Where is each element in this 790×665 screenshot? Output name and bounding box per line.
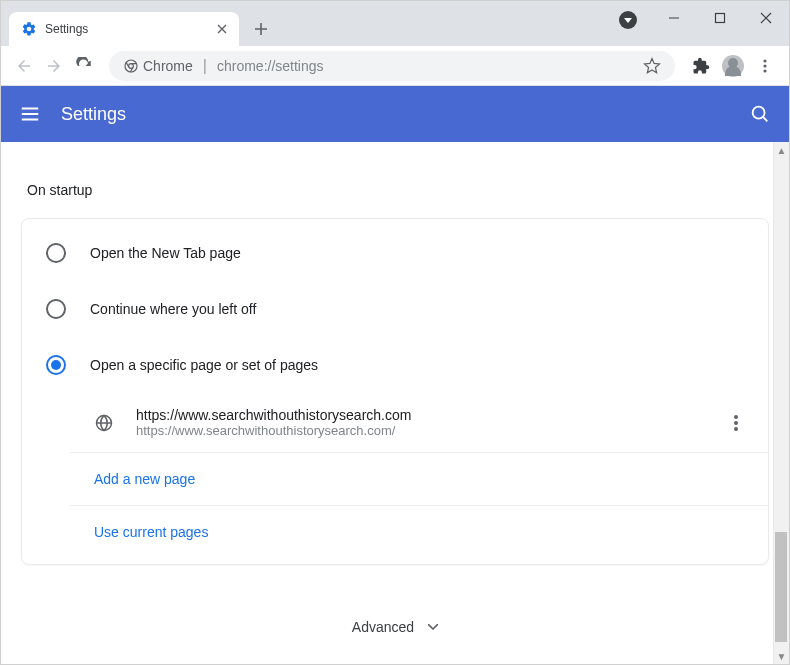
startup-pages-list: https://www.searchwithouthistorysearch.c…: [22, 393, 768, 558]
browser-menu-icon[interactable]: [749, 50, 781, 82]
radio-label: Open the New Tab page: [90, 245, 241, 261]
page-entry-menu-icon[interactable]: [724, 413, 748, 433]
advanced-toggle[interactable]: Advanced: [21, 605, 769, 664]
settings-header: Settings: [1, 86, 789, 142]
new-tab-button[interactable]: [247, 15, 275, 43]
forward-button[interactable]: [39, 51, 69, 81]
startup-option-specific[interactable]: Open a specific page or set of pages: [22, 337, 768, 393]
hamburger-menu-icon[interactable]: [19, 103, 41, 125]
tab-close-icon[interactable]: [217, 24, 227, 34]
svg-rect-0: [716, 14, 725, 23]
globe-icon: [94, 413, 114, 433]
extensions-icon[interactable]: [685, 50, 717, 82]
bookmark-star-icon[interactable]: [643, 57, 661, 75]
address-bar[interactable]: Chrome | chrome://settings: [109, 51, 675, 81]
svg-point-3: [763, 59, 766, 62]
tab-search-icon[interactable]: [619, 11, 637, 29]
maximize-button[interactable]: [697, 1, 743, 35]
search-icon[interactable]: [749, 103, 771, 125]
startup-option-newtab[interactable]: Open the New Tab page: [22, 225, 768, 281]
svg-point-4: [763, 64, 766, 67]
back-button[interactable]: [9, 51, 39, 81]
profile-avatar-icon[interactable]: [717, 50, 749, 82]
browser-toolbar: Chrome | chrome://settings: [1, 46, 789, 86]
scroll-thumb[interactable]: [775, 532, 787, 642]
minimize-button[interactable]: [651, 1, 697, 35]
settings-title: Settings: [61, 104, 749, 125]
add-page-link[interactable]: Add a new page: [70, 453, 768, 506]
page-entry-url: https://www.searchwithouthistorysearch.c…: [136, 423, 724, 438]
page-entry-title: https://www.searchwithouthistorysearch.c…: [136, 407, 724, 423]
startup-section-title: On startup: [27, 182, 769, 198]
svg-point-6: [753, 107, 765, 119]
tab-title: Settings: [45, 22, 217, 36]
radio-icon: [46, 243, 66, 263]
radio-label: Open a specific page or set of pages: [90, 357, 318, 373]
window-controls: [651, 1, 789, 35]
advanced-label: Advanced: [352, 619, 414, 635]
radio-icon: [46, 355, 66, 375]
omnibox-url: chrome://settings: [217, 58, 643, 74]
chrome-icon: [123, 58, 139, 74]
radio-icon: [46, 299, 66, 319]
omnibox-divider: |: [203, 57, 207, 75]
startup-option-continue[interactable]: Continue where you left off: [22, 281, 768, 337]
close-button[interactable]: [743, 1, 789, 35]
content-area: On startup Open the New Tab page Continu…: [1, 142, 789, 664]
scrollbar[interactable]: ▲ ▼: [773, 142, 789, 664]
svg-point-5: [763, 69, 766, 72]
scroll-up-icon[interactable]: ▲: [774, 142, 789, 158]
browser-tab[interactable]: Settings: [9, 12, 239, 46]
reload-button[interactable]: [69, 51, 99, 81]
scroll-down-icon[interactable]: ▼: [774, 648, 789, 664]
radio-label: Continue where you left off: [90, 301, 256, 317]
omnibox-label: Chrome: [143, 58, 193, 74]
titlebar: Settings: [1, 1, 789, 46]
startup-card: Open the New Tab page Continue where you…: [21, 218, 769, 565]
chevron-down-icon: [428, 624, 438, 630]
settings-gear-icon: [21, 21, 37, 37]
use-current-pages-link[interactable]: Use current pages: [70, 506, 768, 558]
startup-page-entry: https://www.searchwithouthistorysearch.c…: [70, 393, 768, 453]
